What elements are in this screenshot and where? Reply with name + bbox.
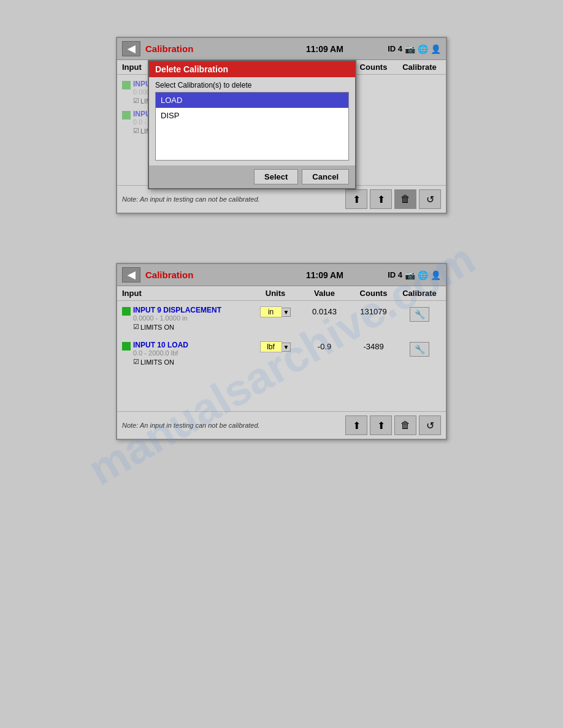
dialog-title: Delete Calibration — [149, 61, 355, 77]
panel-1: ◀ Calibration 11:09 AM ID 4 📷 🌐 👤 Input … — [116, 37, 447, 214]
checkbox-icon: ☑ — [133, 358, 139, 366]
checkbox-icon: ☑ — [133, 97, 139, 105]
panel1-id-label: ID 4 — [388, 44, 402, 53]
list-item[interactable]: LOAD — [156, 93, 348, 108]
row2-range-p2: 0.0 - 2000.0 lbf — [133, 349, 188, 357]
select-button[interactable]: Select — [254, 169, 298, 184]
col-counts-2: Counts — [349, 289, 398, 298]
list-spacer — [156, 123, 348, 160]
row1-units-p2[interactable]: in ▼ — [251, 306, 300, 317]
footer-buttons-1: ⬆ ⬆ 🗑 ↺ — [345, 189, 441, 209]
dialog-footer: Select Cancel — [149, 165, 355, 188]
panel1-id: ID 4 📷 🌐 👤 — [388, 44, 441, 54]
user-icon-1: 👤 — [431, 44, 441, 54]
footer-note-1: Note: An input in testing can not be cal… — [122, 195, 260, 203]
panel2-time: 11:09 AM — [267, 270, 383, 280]
row1-counts-p2: 131079 — [349, 306, 398, 316]
panel1-time: 11:09 AM — [267, 44, 383, 54]
row2-counts-p2: -3489 — [349, 341, 398, 351]
row2-units-p2[interactable]: lbf ▼ — [251, 341, 300, 352]
delete-button-2[interactable]: 🗑 — [394, 415, 416, 435]
col-counts-1: Counts — [349, 63, 398, 72]
status-indicator — [122, 111, 131, 119]
dialog-list: LOAD DISP — [155, 92, 349, 161]
row2-limits-p2: ☑ LIMITS ON — [133, 358, 188, 366]
panel2-id: ID 4 📷 🌐 👤 — [388, 270, 441, 280]
dropdown-arrow[interactable]: ▼ — [282, 343, 291, 352]
list-item[interactable]: DISP — [156, 108, 348, 123]
dialog-subtitle: Select Calibration(s) to delete — [149, 77, 355, 92]
panel2-header: ◀ Calibration 11:09 AM ID 4 📷 🌐 👤 — [117, 264, 446, 286]
globe-icon-1: 🌐 — [418, 44, 428, 54]
panel2-footer: Note: An input in testing can not be cal… — [117, 411, 446, 439]
history-button-2[interactable]: ↺ — [419, 415, 441, 435]
back-button-2[interactable]: ◀ — [122, 267, 140, 282]
panel2-table-header: Input Units Value Counts Calibrate — [117, 286, 446, 301]
units-dropdown[interactable]: in ▼ — [260, 306, 291, 317]
row2-details-p2: INPUT 10 LOAD 0.0 - 2000.0 lbf ☑ LIMITS … — [133, 341, 188, 366]
cancel-button[interactable]: Cancel — [302, 169, 349, 184]
row1-value-p2: 0.0143 — [300, 306, 349, 316]
globe-icon-2: 🌐 — [418, 270, 428, 280]
table-row: INPUT 9 DISPLACEMENT 0.0000 - 1.0000 in … — [122, 303, 441, 333]
panel1-header: ◀ Calibration 11:09 AM ID 4 📷 🌐 👤 — [117, 38, 446, 60]
units-value: lbf — [260, 341, 282, 352]
export-button-1[interactable]: ⬆ — [370, 189, 392, 209]
row1-limits-p2: ☑ LIMITS ON — [133, 323, 221, 331]
col-calibrate-1: Calibrate — [398, 63, 441, 72]
user-icon-2: 👤 — [431, 270, 441, 280]
footer-buttons-2: ⬆ ⬆ 🗑 ↺ — [345, 415, 441, 435]
row1-name-p2: INPUT 9 DISPLACEMENT — [133, 306, 221, 314]
units-dropdown[interactable]: lbf ▼ — [260, 341, 291, 352]
panel2-table-body: INPUT 9 DISPLACEMENT 0.0000 - 1.0000 in … — [117, 301, 446, 411]
row2-info-p2: INPUT 10 LOAD 0.0 - 2000.0 lbf ☑ LIMITS … — [122, 341, 251, 366]
footer-note-2: Note: An input in testing can not be cal… — [122, 422, 260, 429]
row1-details-p2: INPUT 9 DISPLACEMENT 0.0000 - 1.0000 in … — [133, 306, 221, 331]
row2-value-p2: -0.9 — [300, 341, 349, 351]
history-button-1[interactable]: ↺ — [419, 189, 441, 209]
col-units-2: Units — [251, 289, 300, 298]
delete-button-1[interactable]: 🗑 — [394, 189, 416, 209]
calibrate-button-row2[interactable]: 🔧 — [410, 342, 429, 357]
panel2-title: Calibration — [145, 270, 262, 280]
camera-icon-2: 📷 — [405, 270, 415, 280]
row2-name-p2: INPUT 10 LOAD — [133, 341, 188, 349]
status-indicator — [122, 342, 131, 351]
export-button-2[interactable]: ⬆ — [370, 415, 392, 435]
import-button-1[interactable]: ⬆ — [345, 189, 367, 209]
units-value: in — [260, 306, 282, 317]
panel2-id-label: ID 4 — [388, 270, 402, 279]
import-button-2[interactable]: ⬆ — [345, 415, 367, 435]
row1-range-p2: 0.0000 - 1.0000 in — [133, 314, 221, 322]
row1-limits-label-p2: LIMITS ON — [140, 324, 174, 331]
delete-calibration-dialog: Delete Calibration Select Calibration(s)… — [148, 60, 356, 189]
status-indicator — [122, 81, 131, 89]
panel1-title: Calibration — [145, 44, 262, 54]
back-button-1[interactable]: ◀ — [122, 41, 140, 56]
col-calibrate-2: Calibrate — [398, 289, 441, 298]
col-input-2: Input — [122, 289, 251, 298]
status-indicator — [122, 307, 131, 316]
checkbox-icon: ☑ — [133, 323, 139, 331]
row1-info-p2: INPUT 9 DISPLACEMENT 0.0000 - 1.0000 in … — [122, 306, 251, 331]
panel-2: ◀ Calibration 11:09 AM ID 4 📷 🌐 👤 Input … — [116, 263, 447, 440]
checkbox-icon: ☑ — [133, 127, 139, 135]
row2-limits-label-p2: LIMITS ON — [140, 358, 174, 366]
col-value-2: Value — [300, 289, 349, 298]
calibrate-button-row1[interactable]: 🔧 — [410, 307, 429, 322]
camera-icon-1: 📷 — [405, 44, 415, 54]
dropdown-arrow[interactable]: ▼ — [282, 308, 291, 317]
table-row: INPUT 10 LOAD 0.0 - 2000.0 lbf ☑ LIMITS … — [122, 338, 441, 368]
